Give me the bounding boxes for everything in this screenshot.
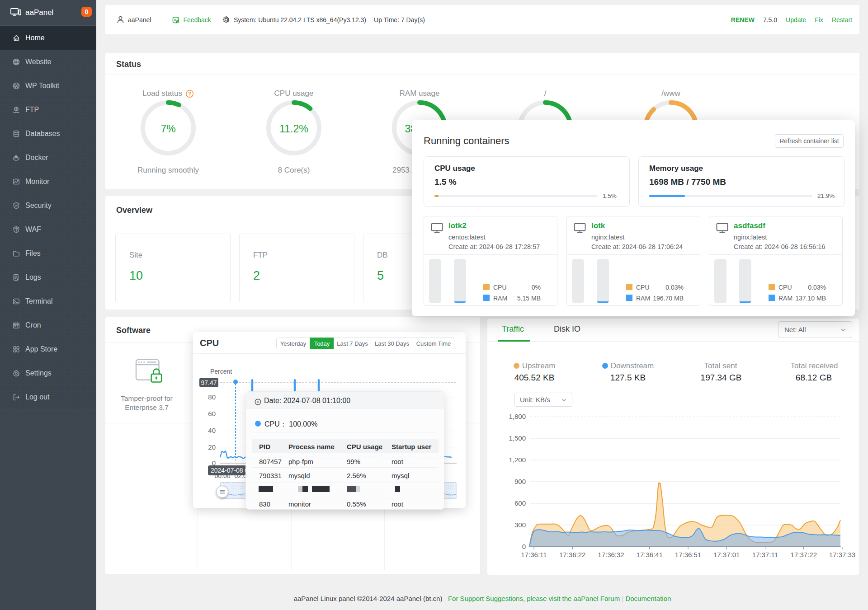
svg-text:900: 900 xyxy=(514,478,526,485)
svg-text:17:37:11: 17:37:11 xyxy=(752,551,778,558)
svg-text:0: 0 xyxy=(522,543,526,550)
svg-text:17:36:51: 17:36:51 xyxy=(675,551,701,558)
svg-text:17:36:32: 17:36:32 xyxy=(598,551,624,558)
svg-text:40: 40 xyxy=(208,427,216,434)
svg-text:1,500: 1,500 xyxy=(509,434,526,442)
svg-text:60: 60 xyxy=(208,410,216,418)
svg-text:17:36:11: 17:36:11 xyxy=(521,551,547,558)
svg-text:1,200: 1,200 xyxy=(509,456,526,464)
svg-text:17:37:33: 17:37:33 xyxy=(829,551,855,558)
svg-text:300: 300 xyxy=(514,521,526,529)
svg-text:600: 600 xyxy=(514,499,526,507)
svg-text:80: 80 xyxy=(208,393,216,401)
svg-text:20: 20 xyxy=(208,443,216,451)
svg-text:17:36:22: 17:36:22 xyxy=(559,551,585,558)
svg-text:17:36:41: 17:36:41 xyxy=(637,551,663,558)
svg-text:17:37:22: 17:37:22 xyxy=(791,551,817,558)
svg-text:17:37:01: 17:37:01 xyxy=(713,551,740,558)
svg-text:1,800: 1,800 xyxy=(509,413,526,420)
svg-text:?: ? xyxy=(188,91,191,96)
